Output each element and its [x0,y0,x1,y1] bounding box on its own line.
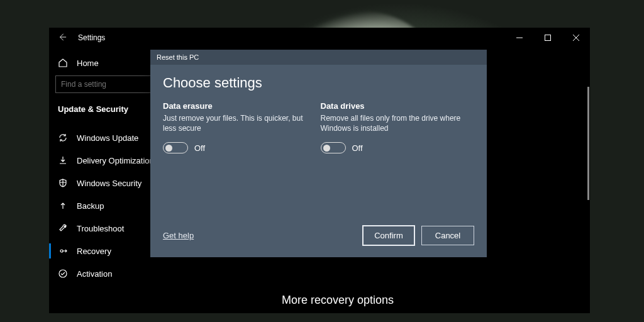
maximize-button[interactable] [533,28,562,47]
confirm-button[interactable]: Confirm [362,225,415,246]
scrollbar[interactable] [587,87,589,200]
dialog-title: Reset this PC [150,50,487,65]
sidebar-item-label: Activation [77,269,112,279]
close-button[interactable] [562,28,590,47]
data-drives-toggle[interactable] [321,142,346,153]
sidebar-item-label: Delivery Optimization [77,156,154,165]
sidebar-item-label: Windows Update [77,133,138,143]
back-button[interactable] [58,33,67,43]
download-icon [58,155,68,165]
sidebar-item-label: Windows Security [77,179,142,188]
option-title: Data drives [321,101,475,111]
data-erasure-toggle[interactable] [163,142,188,153]
main-heading: More recovery options [282,294,394,307]
toggle-state-label: Off [352,143,363,153]
option-desc: Just remove your files. This is quicker,… [163,113,317,133]
home-icon [58,58,68,68]
dialog-heading: Choose settings [163,75,474,91]
check-circle-icon [58,269,68,279]
dialog-options: Data erasure Just remove your files. Thi… [163,101,474,153]
home-label: Home [77,58,99,68]
window-controls [505,28,590,47]
recovery-icon [58,246,68,256]
window-titlebar: Settings [49,28,590,48]
sidebar-item-activation[interactable]: Activation [54,262,203,285]
sidebar-item-label: Troubleshoot [77,224,124,233]
toggle-row: Off [163,142,317,153]
window-title: Settings [78,33,105,42]
option-data-erasure: Data erasure Just remove your files. Thi… [163,101,317,153]
toggle-row: Off [321,142,475,153]
option-title: Data erasure [163,101,317,111]
toggle-state-label: Off [194,143,205,153]
sync-icon [58,133,68,143]
option-desc: Remove all files only from the drive whe… [321,113,475,133]
sidebar-item-label: Backup [77,201,104,211]
option-data-drives: Data drives Remove all files only from t… [321,101,475,153]
dialog-footer: Get help Confirm Cancel [150,219,487,257]
upload-arrow-icon [58,201,68,211]
reset-pc-dialog: Reset this PC Choose settings Data erasu… [150,50,487,257]
sidebar-item-label: Recovery [77,247,111,256]
cancel-button[interactable]: Cancel [421,226,474,245]
dialog-body: Choose settings Data erasure Just remove… [150,65,487,219]
get-help-link[interactable]: Get help [163,231,194,240]
titlebar-left: Settings [58,33,105,43]
svg-point-4 [60,250,63,252]
shield-icon [58,178,68,188]
minimize-button[interactable] [505,28,533,47]
wrench-icon [58,223,68,233]
svg-rect-1 [545,35,550,41]
svg-point-5 [59,270,67,277]
